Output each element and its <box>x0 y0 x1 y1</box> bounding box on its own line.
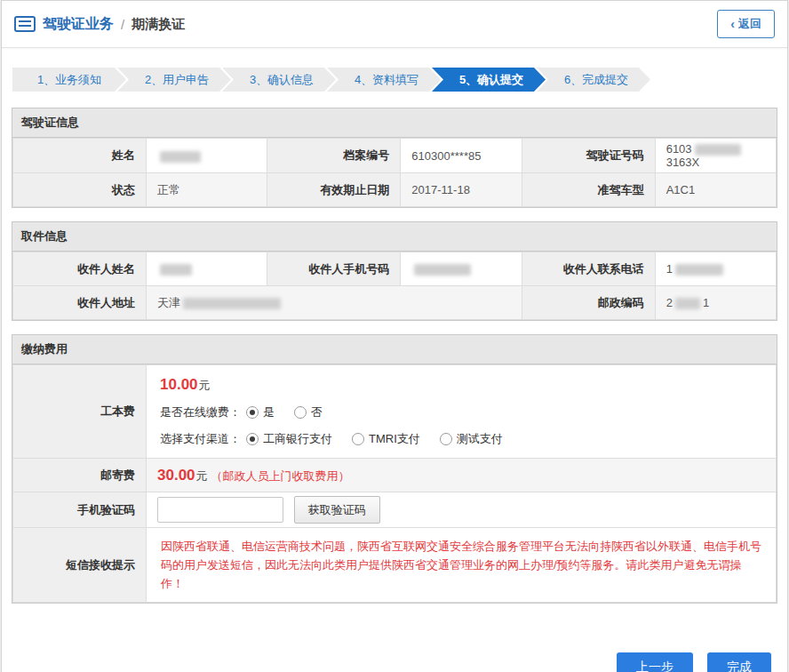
step-6-complete-submit[interactable]: 6、完成提交 <box>537 68 650 92</box>
pickup-info-section-title: 取件信息 <box>12 222 777 252</box>
sms-notice-label: 短信接收提示 <box>13 528 147 603</box>
channel-icbc-label: 工商银行支付 <box>263 431 332 447</box>
redacted-name <box>160 151 201 163</box>
radio-checked-icon[interactable] <box>246 433 259 445</box>
recipient-phone-label: 收件人联系电话 <box>522 252 655 286</box>
redacted-recipient-name <box>160 264 192 276</box>
redacted-license-digits <box>695 144 741 156</box>
step-1-business-notice[interactable]: 1、业务须知 <box>12 68 126 92</box>
recipient-name-value <box>147 252 267 286</box>
production-cost-price: 10.00 <box>160 376 198 393</box>
vehicle-type-value: A1C1 <box>655 173 776 207</box>
sms-notice-text: 因陕西省联通、电信运营商技术问题，陕西省互联网交通安全综合服务管理平台无法向持陕… <box>157 532 765 598</box>
table-row: 收件人地址 天津 邮政编码 21 <box>13 286 777 320</box>
postage-unit: 元 <box>196 469 208 483</box>
breadcrumb-divider: / <box>121 17 124 32</box>
address-prefix: 天津 <box>157 296 180 309</box>
finish-button[interactable]: 完成 <box>707 652 771 672</box>
table-row: 手机验证码 获取验证码 <box>13 492 777 528</box>
license-info-table: 姓名 档案编号 610300****85 驾驶证号码 61033163X 状态 … <box>12 138 777 207</box>
breadcrumb-current: 期满换证 <box>132 16 185 33</box>
online-payment-no-option[interactable]: 否 <box>294 404 323 420</box>
table-row: 短信接收提示 因陕西省联通、电信运营商技术问题，陕西省互联网交通安全综合服务管理… <box>13 528 777 603</box>
postage-cell: 30.00元（邮政人员上门收取费用） <box>147 459 777 492</box>
radio-unchecked-icon[interactable] <box>440 433 452 445</box>
file-number-value: 610300****85 <box>401 139 522 173</box>
fees-section: 缴纳费用 工本费 10.00元 是否在线缴费： 是 <box>12 334 777 604</box>
previous-step-button[interactable]: 上一步 <box>617 652 693 672</box>
channel-tmri-option[interactable]: TMRI支付 <box>352 431 420 447</box>
payment-channel-row: 选择支付渠道： 工商银行支付 TMRI支付 测试支付 <box>160 431 762 447</box>
redacted-mobile <box>414 264 471 276</box>
redacted-address <box>183 298 281 309</box>
online-payment-question: 是否在线缴费： <box>160 404 241 420</box>
page: 驾驶证业务 / 期满换证 ‹ 返回 1、业务须知 2、用户申告 3、确认信息 4… <box>1 0 788 672</box>
channel-tmri-label: TMRI支付 <box>369 431 420 447</box>
postage-label: 邮寄费 <box>13 459 147 492</box>
fees-table: 工本费 10.00元 是否在线缴费： 是 否 <box>12 364 777 603</box>
production-cost-unit: 元 <box>199 379 211 392</box>
postal-suffix: 1 <box>703 296 709 309</box>
online-payment-yes-option[interactable]: 是 <box>246 404 275 420</box>
step-wizard: 1、业务须知 2、用户申告 3、确认信息 4、资料填写 5、确认提交 6、完成提… <box>2 48 787 108</box>
captcha-input[interactable] <box>157 497 283 523</box>
step-4-fill-info[interactable]: 4、资料填写 <box>327 68 441 92</box>
channel-icbc-option[interactable]: 工商银行支付 <box>246 431 332 447</box>
payment-channel-question: 选择支付渠道： <box>160 431 241 447</box>
radio-unchecked-icon[interactable] <box>294 406 307 419</box>
sms-notice-cell: 因陕西省联通、电信运营商技术问题，陕西省互联网交通安全综合服务管理平台无法向持陕… <box>147 528 777 603</box>
fees-section-title: 缴纳费用 <box>12 335 777 364</box>
status-label: 状态 <box>13 173 147 207</box>
redacted-phone-digits <box>675 264 723 276</box>
recipient-address-value: 天津 <box>147 286 522 320</box>
postal-prefix: 2 <box>666 296 673 309</box>
expiry-value: 2017-11-18 <box>401 173 522 207</box>
back-chevron-icon: ‹ <box>730 18 735 30</box>
recipient-mobile-label: 收件人手机号码 <box>267 252 401 286</box>
expiry-label: 有效期止日期 <box>267 173 401 207</box>
vehicle-type-label: 准驾车型 <box>522 173 655 207</box>
production-cost-cell: 10.00元 是否在线缴费： 是 否 选择支 <box>147 365 777 459</box>
get-captcha-button[interactable]: 获取验证码 <box>294 496 380 524</box>
step-2-user-declaration[interactable]: 2、用户申告 <box>117 68 231 92</box>
recipient-phone-value: 1 <box>655 252 776 286</box>
radio-checked-icon[interactable] <box>246 406 259 419</box>
online-payment-yes-label: 是 <box>263 404 275 420</box>
postage-price: 30.00 <box>157 467 195 484</box>
footer-actions: 上一步 完成 <box>2 617 787 672</box>
recipient-address-label: 收件人地址 <box>13 286 147 320</box>
license-business-icon <box>14 16 36 32</box>
table-row: 邮寄费 30.00元（邮政人员上门收取费用） <box>13 459 777 492</box>
status-value: 正常 <box>147 173 267 207</box>
license-number-suffix: 3163X <box>666 156 700 169</box>
name-label: 姓名 <box>13 139 147 173</box>
step-5-confirm-submit-active[interactable]: 5、确认提交 <box>432 68 546 92</box>
step-3-confirm-info[interactable]: 3、确认信息 <box>222 68 336 92</box>
pickup-info-section: 取件信息 收件人姓名 收件人手机号码 收件人联系电话 1 收件人地址 天津 邮政… <box>12 221 777 321</box>
license-number-value: 61033163X <box>655 139 776 173</box>
license-info-section-title: 驾驶证信息 <box>12 108 777 138</box>
radio-unchecked-icon[interactable] <box>352 433 364 445</box>
name-value <box>147 139 267 173</box>
topbar: 驾驶证业务 / 期满换证 ‹ 返回 <box>2 1 787 48</box>
license-number-label: 驾驶证号码 <box>522 139 655 173</box>
postage-note: （邮政人员上门收取费用） <box>211 469 350 483</box>
breadcrumb: 驾驶证业务 / 期满换证 <box>14 15 185 34</box>
back-button-label: 返回 <box>738 16 761 32</box>
pickup-info-table: 收件人姓名 收件人手机号码 收件人联系电话 1 收件人地址 天津 邮政编码 21 <box>12 252 777 320</box>
captcha-label: 手机验证码 <box>13 492 147 528</box>
license-number-prefix: 6103 <box>666 142 692 156</box>
table-row: 收件人姓名 收件人手机号码 收件人联系电话 1 <box>13 252 777 286</box>
back-button[interactable]: ‹ 返回 <box>717 10 775 38</box>
postal-code-value: 21 <box>655 286 776 320</box>
online-payment-no-label: 否 <box>311 404 323 420</box>
recipient-mobile-value <box>401 252 522 286</box>
table-row: 姓名 档案编号 610300****85 驾驶证号码 61033163X <box>13 139 777 173</box>
redacted-postal-digits <box>675 298 700 309</box>
captcha-cell: 获取验证码 <box>147 492 777 528</box>
page-title: 驾驶证业务 <box>43 15 114 34</box>
postal-code-label: 邮政编码 <box>522 286 655 320</box>
table-row: 状态 正常 有效期止日期 2017-11-18 准驾车型 A1C1 <box>13 173 777 207</box>
production-cost-amount: 10.00元 <box>160 376 762 394</box>
channel-test-option[interactable]: 测试支付 <box>440 431 503 447</box>
